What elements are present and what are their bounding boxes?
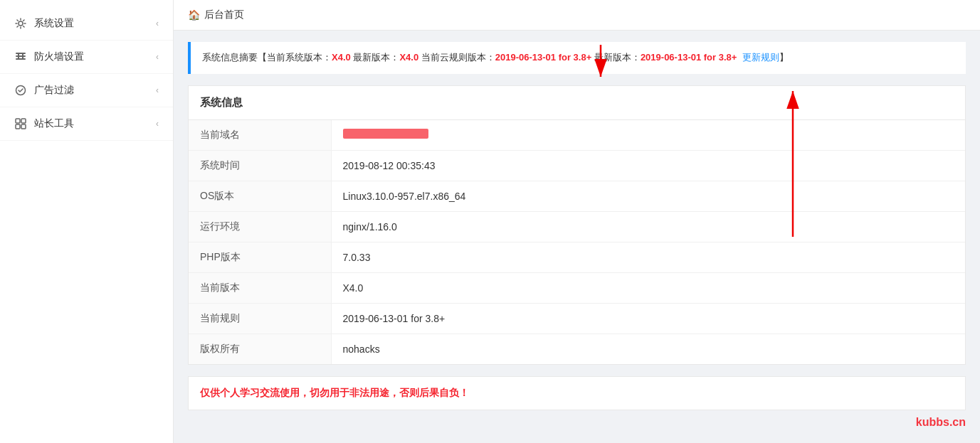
chevron-icon-system: ‹ <box>156 18 159 28</box>
info-sep2: 当前云规则版本： <box>418 52 495 63</box>
table-row: OS版本 Linux3.10.0-957.el7.x86_64 <box>189 181 965 211</box>
row-label-env: 运行环境 <box>189 211 331 242</box>
sidebar: 系统设置 ‹ 防火墙设置 ‹ <box>0 0 174 443</box>
row-value-version: X4.0 <box>331 272 965 303</box>
content-area: 系统信息摘要【当前系统版本：X4.0 最新版本：X4.0 当前云规则版本：201… <box>174 31 980 443</box>
chevron-icon-adfilter: ‹ <box>156 85 159 95</box>
row-value-copyright: nohacks <box>331 333 965 364</box>
update-rule-link[interactable]: 更新规则 <box>742 52 779 63</box>
system-info-title: 系统信息 <box>189 86 965 120</box>
table-row: PHP版本 7.0.33 <box>189 242 965 272</box>
sidebar-item-webmaster-tools[interactable]: 站长工具 ‹ <box>0 107 173 141</box>
table-row: 运行环境 nginx/1.16.0 <box>189 211 965 242</box>
chevron-icon-webmaster: ‹ <box>156 119 159 129</box>
svg-rect-8 <box>21 119 26 123</box>
row-label-domain: 当前域名 <box>189 120 331 151</box>
current-version-badge: X4.0 <box>332 52 351 63</box>
svg-rect-5 <box>22 53 23 60</box>
circle-check-icon <box>14 84 27 97</box>
row-value-php: 7.0.33 <box>331 242 965 272</box>
row-value-rule: 2019-06-13-01 for 3.8+ <box>331 303 965 333</box>
latest-version-badge: X4.0 <box>399 52 418 63</box>
sidebar-item-ad-filter[interactable]: 广告过滤 ‹ <box>0 74 173 107</box>
warning-banner: 仅供个人学习交流使用，切勿用于非法用途，否则后果自负！ <box>188 376 966 410</box>
sidebar-item-firewall-settings[interactable]: 防火墙设置 ‹ <box>0 41 173 74</box>
svg-rect-2 <box>16 55 26 57</box>
info-suffix: 】 <box>779 52 789 63</box>
row-label-php: PHP版本 <box>189 242 331 272</box>
row-value-env: nginx/1.16.0 <box>331 211 965 242</box>
sidebar-item-ad-filter-label: 广告过滤 <box>34 84 74 97</box>
info-sep1: 最新版本： <box>351 52 400 63</box>
svg-rect-7 <box>16 119 20 123</box>
table-row: 当前版本 X4.0 <box>189 272 965 303</box>
page-title: 后台首页 <box>204 9 244 21</box>
row-value-os: Linux3.10.0-957.el7.x86_64 <box>331 181 965 211</box>
svg-rect-10 <box>21 124 26 129</box>
row-label-time: 系统时间 <box>189 150 331 181</box>
sidebar-item-firewall-label: 防火墙设置 <box>34 50 84 63</box>
info-banner: 系统信息摘要【当前系统版本：X4.0 最新版本：X4.0 当前云规则版本：201… <box>188 42 966 74</box>
chevron-icon-firewall: ‹ <box>156 52 159 62</box>
header: 🏠 后台首页 <box>174 0 980 31</box>
current-rule-badge: 2019-06-13-01 for 3.8+ <box>495 52 592 63</box>
sidebar-item-system-settings[interactable]: 系统设置 ‹ <box>0 7 173 41</box>
grid-icon <box>14 117 27 130</box>
latest-rule-badge: 2019-06-13-01 for 3.8+ <box>641 52 737 63</box>
domain-blur <box>343 129 428 139</box>
table-row: 当前规则 2019-06-13-01 for 3.8+ <box>189 303 965 333</box>
sidebar-item-webmaster-label: 站长工具 <box>34 117 74 130</box>
row-label-os: OS版本 <box>189 181 331 211</box>
svg-rect-9 <box>16 124 20 129</box>
home-icon: 🏠 <box>188 9 200 21</box>
table-row: 系统时间 2019-08-12 00:35:43 <box>189 150 965 181</box>
row-label-copyright: 版权所有 <box>189 333 331 364</box>
row-value-domain <box>331 120 965 151</box>
firewall-icon <box>14 50 27 63</box>
table-row: 版权所有 nohacks <box>189 333 965 364</box>
watermark: kubbs.cn <box>916 416 966 429</box>
row-label-version: 当前版本 <box>189 272 331 303</box>
sidebar-item-system-settings-label: 系统设置 <box>34 17 74 30</box>
info-banner-prefix: 系统信息摘要【当前系统版本： <box>202 52 332 63</box>
info-sep3: 最新版本： <box>591 52 641 63</box>
svg-rect-1 <box>16 53 26 54</box>
gear-icon <box>14 17 27 30</box>
warning-text: 仅供个人学习交流使用，切勿用于非法用途，否则后果自负！ <box>200 387 469 398</box>
system-info-card: 系统信息 当前域名 系统时间 2019-08-12 00:35:43 OS版本 … <box>188 85 966 365</box>
svg-rect-4 <box>18 53 19 60</box>
main-content: 🏠 后台首页 系统信息摘要【当前系统版本：X4.0 最新版本：X4.0 当前云规… <box>174 0 980 443</box>
system-info-table: 当前域名 系统时间 2019-08-12 00:35:43 OS版本 Linux… <box>189 120 965 364</box>
table-row: 当前域名 <box>189 120 965 151</box>
row-label-rule: 当前规则 <box>189 303 331 333</box>
svg-rect-3 <box>16 58 26 60</box>
row-value-time: 2019-08-12 00:35:43 <box>331 150 965 181</box>
svg-point-0 <box>19 21 23 26</box>
